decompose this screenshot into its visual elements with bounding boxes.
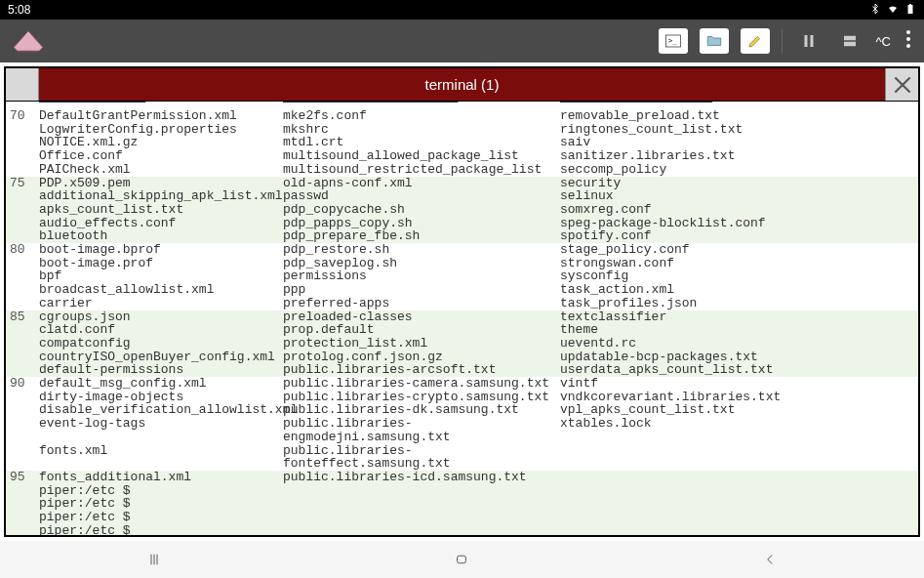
line-number (6, 444, 39, 471)
line-number: 75 (6, 177, 39, 190)
line-number: 70 (6, 109, 39, 123)
line-number (6, 217, 39, 230)
app-bar: >_ ^C (0, 20, 924, 62)
line-text: carrierpreferred-appstask_profiles.json (39, 297, 918, 310)
terminal-line: fonts.xmlpublic.libraries-fonteffect.sam… (6, 444, 918, 471)
line-text: boot-image.bprofpdp_restore.shstage_poli… (39, 243, 918, 257)
line-number: 80 (6, 243, 39, 257)
line-number (6, 337, 39, 351)
tab-corner-left[interactable] (6, 68, 39, 101)
bluetooth-icon (869, 3, 881, 18)
terminal-line: bluetoothpdp_prepare_fbe.shspotify.conf (6, 229, 918, 243)
svg-rect-2 (804, 35, 807, 47)
home-button[interactable] (447, 550, 476, 569)
line-number: 90 (6, 377, 39, 391)
status-icons (869, 3, 916, 18)
terminal-line: piper:/etc $ (6, 511, 918, 524)
terminal-line: 95fonts_additional.xmlpublic.libraries-i… (6, 471, 918, 484)
line-number (6, 351, 39, 364)
terminal-line: compatconfigprotection_list.xmlueventd.r… (6, 337, 918, 351)
line-number (6, 283, 39, 297)
terminal-line: piper:/etc $ (6, 484, 918, 498)
line-text: fonts_additional.xmlpublic.libraries-icd… (39, 471, 918, 484)
line-number (6, 524, 39, 535)
toolbar-divider (782, 29, 783, 53)
line-text: piper:/etc $ (39, 511, 918, 524)
svg-point-7 (906, 37, 910, 41)
terminal-line: clatd.confprop.defaulttheme (6, 323, 918, 337)
tab-bar: terminal (1) (6, 68, 918, 102)
terminal-line: carrierpreferred-appstask_profiles.json (6, 297, 918, 310)
terminal-line: dirty-image-objectspublic.libraries-cryp… (6, 391, 918, 404)
status-time: 5:08 (8, 3, 30, 17)
terminal-line: 70DefaultGrantPermission.xmlmke2fs.confr… (6, 109, 918, 123)
svg-rect-4 (844, 36, 856, 41)
line-text: LogwriterConfig.propertiesmkshrcringtone… (39, 123, 918, 137)
line-number (6, 391, 39, 404)
split-button[interactable] (835, 28, 864, 54)
terminal-line: LogwriterConfig.propertiesmkshrcringtone… (6, 123, 918, 137)
tab-terminal[interactable]: terminal (1) (39, 68, 885, 101)
svg-rect-5 (844, 42, 856, 47)
svg-rect-3 (810, 35, 813, 47)
edit-button[interactable] (741, 28, 770, 54)
line-text: disable_verification_allowlist.xmlpublic… (39, 403, 918, 417)
terminal-line: additional_skipping_apk_list.xmlpasswdse… (6, 189, 918, 203)
line-text: dirty-image-objectspublic.libraries-cryp… (39, 391, 918, 404)
line-number (6, 297, 39, 310)
ctrl-c-button[interactable]: ^C (876, 34, 892, 49)
recents-button[interactable] (140, 550, 169, 569)
line-text: boot-image.profpdp_saveplog.shstrongswan… (39, 257, 918, 270)
line-text: NOTICE.xml.gzmtdl.crtsaiv (39, 136, 918, 149)
line-text: apks_count_list.txtpdp_copycache.shsomxr… (39, 203, 918, 217)
line-number (6, 229, 39, 243)
terminal-line: apks_count_list.txtpdp_copycache.shsomxr… (6, 203, 918, 217)
line-number (6, 123, 39, 137)
line-number (6, 484, 39, 498)
status-bar: 5:08 (0, 0, 924, 20)
pause-button[interactable] (794, 28, 824, 54)
line-text: piper:/etc $ (39, 524, 918, 535)
folder-button[interactable] (700, 28, 729, 54)
tab-close-button[interactable] (885, 68, 918, 101)
terminal-line: Office.confmultisound_allowed_package_li… (6, 149, 918, 163)
overflow-menu-icon[interactable] (903, 30, 914, 52)
line-number (6, 511, 39, 524)
line-text: additional_skipping_apk_list.xmlpasswdse… (39, 189, 918, 203)
line-text: default_msg_config.xmlpublic.libraries-c… (39, 377, 918, 391)
terminal-line: disable_verification_allowlist.xmlpublic… (6, 403, 918, 417)
terminal-line: piper:/etc $ (6, 524, 918, 535)
terminal-line: event-log-tagspublic.libraries-engmodejn… (6, 417, 918, 443)
line-number (6, 257, 39, 270)
terminal-line: countryISO_openBuyer_config.xmlprotolog.… (6, 351, 918, 364)
terminal-line: PAICheck.xmlmultisound_restricted_packag… (6, 163, 918, 177)
line-number (6, 189, 39, 203)
terminal-line: boot-image.profpdp_saveplog.shstrongswan… (6, 257, 918, 270)
line-number (6, 497, 39, 511)
app-logo[interactable] (10, 26, 47, 56)
svg-rect-9 (458, 556, 466, 563)
terminal-line: 80boot-image.bprofpdp_restore.shstage_po… (6, 243, 918, 257)
terminal-button[interactable]: >_ (659, 28, 688, 54)
svg-point-6 (906, 30, 910, 34)
terminal-output[interactable]: AKS_ROOT_1.crtmedia_profiles_V1_0.dtdpub… (6, 102, 918, 535)
line-text: fonts.xmlpublic.libraries-fonteffect.sam… (39, 444, 918, 471)
terminal-line: 85cgroups.jsonpreloaded-classestextclass… (6, 310, 918, 324)
terminal-line: audio_effects.confpdp_papps_copy.shspeg-… (6, 217, 918, 230)
line-number (6, 163, 39, 177)
line-text: PAICheck.xmlmultisound_restricted_packag… (39, 163, 918, 177)
back-button[interactable] (755, 550, 784, 569)
terminal-line: NOTICE.xml.gzmtdl.crtsaiv (6, 136, 918, 149)
terminal-line: AKS_ROOT_1.crtmedia_profiles_V1_0.dtdpub… (6, 102, 918, 109)
line-text: Office.confmultisound_allowed_package_li… (39, 149, 918, 163)
line-text: event-log-tagspublic.libraries-engmodejn… (39, 417, 918, 443)
system-nav-bar (0, 541, 924, 578)
terminal-line: 75PDP.x509.pemold-apns-conf.xmlsecurity (6, 177, 918, 190)
line-text: compatconfigprotection_list.xmlueventd.r… (39, 337, 918, 351)
line-text: bluetoothpdp_prepare_fbe.shspotify.conf (39, 229, 918, 243)
battery-icon (904, 3, 916, 18)
line-text: countryISO_openBuyer_config.xmlprotolog.… (39, 351, 918, 364)
line-text: cgroups.jsonpreloaded-classestextclassif… (39, 310, 918, 324)
svg-point-8 (906, 44, 910, 48)
line-number (6, 136, 39, 149)
